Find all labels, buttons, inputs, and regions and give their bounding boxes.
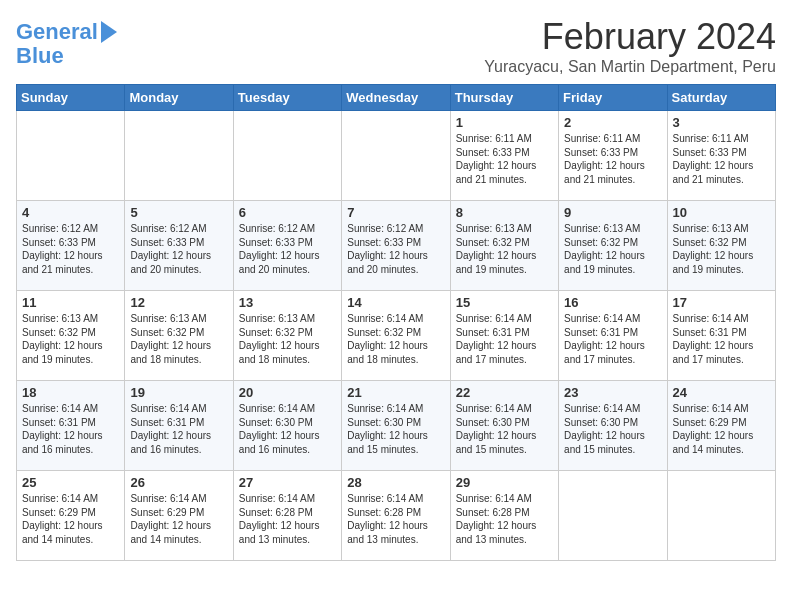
calendar-cell: 28Sunrise: 6:14 AM Sunset: 6:28 PM Dayli…	[342, 471, 450, 561]
month-title: February 2024	[484, 16, 776, 58]
calendar-cell: 10Sunrise: 6:13 AM Sunset: 6:32 PM Dayli…	[667, 201, 775, 291]
calendar-cell: 4Sunrise: 6:12 AM Sunset: 6:33 PM Daylig…	[17, 201, 125, 291]
day-number: 7	[347, 205, 444, 220]
week-row-2: 4Sunrise: 6:12 AM Sunset: 6:33 PM Daylig…	[17, 201, 776, 291]
day-number: 1	[456, 115, 553, 130]
title-area: February 2024 Yuracyacu, San Martin Depa…	[484, 16, 776, 76]
day-number: 14	[347, 295, 444, 310]
calendar-table: SundayMondayTuesdayWednesdayThursdayFrid…	[16, 84, 776, 561]
calendar-cell: 7Sunrise: 6:12 AM Sunset: 6:33 PM Daylig…	[342, 201, 450, 291]
day-info: Sunrise: 6:11 AM Sunset: 6:33 PM Dayligh…	[456, 132, 553, 186]
day-info: Sunrise: 6:13 AM Sunset: 6:32 PM Dayligh…	[130, 312, 227, 366]
day-info: Sunrise: 6:13 AM Sunset: 6:32 PM Dayligh…	[673, 222, 770, 276]
day-number: 26	[130, 475, 227, 490]
day-info: Sunrise: 6:14 AM Sunset: 6:28 PM Dayligh…	[347, 492, 444, 546]
day-info: Sunrise: 6:14 AM Sunset: 6:32 PM Dayligh…	[347, 312, 444, 366]
day-info: Sunrise: 6:11 AM Sunset: 6:33 PM Dayligh…	[564, 132, 661, 186]
day-info: Sunrise: 6:13 AM Sunset: 6:32 PM Dayligh…	[239, 312, 336, 366]
day-number: 4	[22, 205, 119, 220]
calendar-cell: 26Sunrise: 6:14 AM Sunset: 6:29 PM Dayli…	[125, 471, 233, 561]
week-row-4: 18Sunrise: 6:14 AM Sunset: 6:31 PM Dayli…	[17, 381, 776, 471]
header-day-monday: Monday	[125, 85, 233, 111]
calendar-cell: 22Sunrise: 6:14 AM Sunset: 6:30 PM Dayli…	[450, 381, 558, 471]
day-info: Sunrise: 6:13 AM Sunset: 6:32 PM Dayligh…	[564, 222, 661, 276]
calendar-cell: 20Sunrise: 6:14 AM Sunset: 6:30 PM Dayli…	[233, 381, 341, 471]
day-number: 13	[239, 295, 336, 310]
calendar-cell: 6Sunrise: 6:12 AM Sunset: 6:33 PM Daylig…	[233, 201, 341, 291]
day-info: Sunrise: 6:14 AM Sunset: 6:30 PM Dayligh…	[239, 402, 336, 456]
day-number: 21	[347, 385, 444, 400]
day-number: 28	[347, 475, 444, 490]
header-day-friday: Friday	[559, 85, 667, 111]
day-info: Sunrise: 6:13 AM Sunset: 6:32 PM Dayligh…	[456, 222, 553, 276]
day-number: 19	[130, 385, 227, 400]
day-info: Sunrise: 6:14 AM Sunset: 6:31 PM Dayligh…	[564, 312, 661, 366]
calendar-cell: 27Sunrise: 6:14 AM Sunset: 6:28 PM Dayli…	[233, 471, 341, 561]
day-info: Sunrise: 6:14 AM Sunset: 6:28 PM Dayligh…	[239, 492, 336, 546]
day-number: 20	[239, 385, 336, 400]
calendar-body: 1Sunrise: 6:11 AM Sunset: 6:33 PM Daylig…	[17, 111, 776, 561]
day-info: Sunrise: 6:14 AM Sunset: 6:31 PM Dayligh…	[673, 312, 770, 366]
day-number: 27	[239, 475, 336, 490]
day-number: 18	[22, 385, 119, 400]
calendar-cell: 23Sunrise: 6:14 AM Sunset: 6:30 PM Dayli…	[559, 381, 667, 471]
calendar-cell: 24Sunrise: 6:14 AM Sunset: 6:29 PM Dayli…	[667, 381, 775, 471]
calendar-cell	[233, 111, 341, 201]
day-number: 11	[22, 295, 119, 310]
calendar-cell: 11Sunrise: 6:13 AM Sunset: 6:32 PM Dayli…	[17, 291, 125, 381]
calendar-cell: 9Sunrise: 6:13 AM Sunset: 6:32 PM Daylig…	[559, 201, 667, 291]
day-info: Sunrise: 6:14 AM Sunset: 6:30 PM Dayligh…	[564, 402, 661, 456]
calendar-cell: 29Sunrise: 6:14 AM Sunset: 6:28 PM Dayli…	[450, 471, 558, 561]
header: General Blue February 2024 Yuracyacu, Sa…	[16, 16, 776, 76]
calendar-cell: 12Sunrise: 6:13 AM Sunset: 6:32 PM Dayli…	[125, 291, 233, 381]
day-number: 16	[564, 295, 661, 310]
calendar-cell: 19Sunrise: 6:14 AM Sunset: 6:31 PM Dayli…	[125, 381, 233, 471]
calendar-cell: 25Sunrise: 6:14 AM Sunset: 6:29 PM Dayli…	[17, 471, 125, 561]
week-row-3: 11Sunrise: 6:13 AM Sunset: 6:32 PM Dayli…	[17, 291, 776, 381]
day-number: 17	[673, 295, 770, 310]
day-number: 9	[564, 205, 661, 220]
day-number: 3	[673, 115, 770, 130]
day-info: Sunrise: 6:14 AM Sunset: 6:29 PM Dayligh…	[130, 492, 227, 546]
logo: General Blue	[16, 20, 117, 68]
day-number: 24	[673, 385, 770, 400]
location-title: Yuracyacu, San Martin Department, Peru	[484, 58, 776, 76]
day-number: 5	[130, 205, 227, 220]
day-number: 22	[456, 385, 553, 400]
header-day-tuesday: Tuesday	[233, 85, 341, 111]
calendar-cell	[667, 471, 775, 561]
day-info: Sunrise: 6:12 AM Sunset: 6:33 PM Dayligh…	[130, 222, 227, 276]
week-row-1: 1Sunrise: 6:11 AM Sunset: 6:33 PM Daylig…	[17, 111, 776, 201]
day-info: Sunrise: 6:14 AM Sunset: 6:29 PM Dayligh…	[673, 402, 770, 456]
day-info: Sunrise: 6:14 AM Sunset: 6:31 PM Dayligh…	[130, 402, 227, 456]
calendar-cell: 8Sunrise: 6:13 AM Sunset: 6:32 PM Daylig…	[450, 201, 558, 291]
calendar-cell: 15Sunrise: 6:14 AM Sunset: 6:31 PM Dayli…	[450, 291, 558, 381]
day-info: Sunrise: 6:12 AM Sunset: 6:33 PM Dayligh…	[239, 222, 336, 276]
calendar-cell: 16Sunrise: 6:14 AM Sunset: 6:31 PM Dayli…	[559, 291, 667, 381]
day-number: 25	[22, 475, 119, 490]
day-number: 29	[456, 475, 553, 490]
day-number: 15	[456, 295, 553, 310]
day-info: Sunrise: 6:14 AM Sunset: 6:31 PM Dayligh…	[22, 402, 119, 456]
calendar-cell: 13Sunrise: 6:13 AM Sunset: 6:32 PM Dayli…	[233, 291, 341, 381]
logo-text-line1: General	[16, 20, 98, 44]
header-day-thursday: Thursday	[450, 85, 558, 111]
calendar-cell: 14Sunrise: 6:14 AM Sunset: 6:32 PM Dayli…	[342, 291, 450, 381]
calendar-header: SundayMondayTuesdayWednesdayThursdayFrid…	[17, 85, 776, 111]
calendar-cell: 18Sunrise: 6:14 AM Sunset: 6:31 PM Dayli…	[17, 381, 125, 471]
day-info: Sunrise: 6:14 AM Sunset: 6:30 PM Dayligh…	[347, 402, 444, 456]
calendar-cell: 1Sunrise: 6:11 AM Sunset: 6:33 PM Daylig…	[450, 111, 558, 201]
day-info: Sunrise: 6:11 AM Sunset: 6:33 PM Dayligh…	[673, 132, 770, 186]
header-day-saturday: Saturday	[667, 85, 775, 111]
day-info: Sunrise: 6:13 AM Sunset: 6:32 PM Dayligh…	[22, 312, 119, 366]
calendar-cell: 17Sunrise: 6:14 AM Sunset: 6:31 PM Dayli…	[667, 291, 775, 381]
day-number: 10	[673, 205, 770, 220]
calendar-cell: 5Sunrise: 6:12 AM Sunset: 6:33 PM Daylig…	[125, 201, 233, 291]
day-number: 23	[564, 385, 661, 400]
day-info: Sunrise: 6:14 AM Sunset: 6:29 PM Dayligh…	[22, 492, 119, 546]
calendar-cell	[17, 111, 125, 201]
day-number: 12	[130, 295, 227, 310]
calendar-cell: 21Sunrise: 6:14 AM Sunset: 6:30 PM Dayli…	[342, 381, 450, 471]
calendar-cell	[125, 111, 233, 201]
logo-text-line2: Blue	[16, 44, 64, 68]
